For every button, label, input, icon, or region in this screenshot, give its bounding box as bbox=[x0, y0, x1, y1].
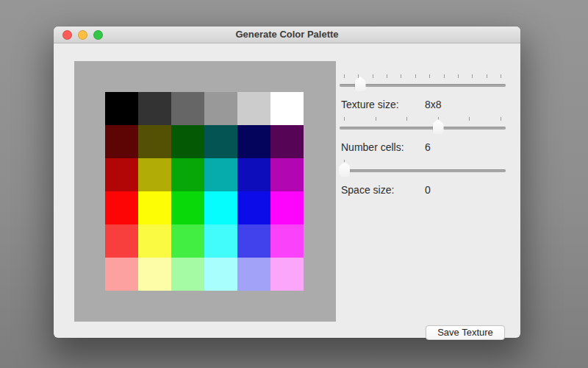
palette-cell-r3-c2 bbox=[138, 158, 171, 191]
tick-mark bbox=[429, 74, 430, 78]
palette-cell-r2-c2 bbox=[138, 125, 171, 158]
palette-cell-r4-c5 bbox=[237, 191, 270, 224]
palette-preview bbox=[74, 61, 336, 322]
number-cells-slider-track[interactable] bbox=[340, 127, 506, 130]
number-cells-label: Number cells: bbox=[341, 141, 404, 154]
tick-mark bbox=[406, 117, 407, 121]
palette-cell-r6-c4 bbox=[204, 258, 237, 291]
window-content: Texture size: 8x8 Number cells: 6 Space … bbox=[54, 43, 520, 338]
space-size-slider-track[interactable] bbox=[340, 169, 506, 172]
palette-cell-r6-c2 bbox=[138, 258, 171, 291]
palette-cell-r6-c6 bbox=[270, 258, 304, 291]
palette-cell-r4-c1 bbox=[105, 191, 138, 224]
texture-size-slider-thumb[interactable] bbox=[355, 77, 366, 91]
palette-cell-r1-c6 bbox=[270, 92, 304, 125]
palette-cell-r1-c2 bbox=[138, 92, 171, 125]
space-size-slider[interactable] bbox=[340, 160, 506, 180]
palette-cell-r2-c3 bbox=[171, 125, 204, 158]
palette-cell-r3-c1 bbox=[105, 158, 138, 191]
palette-cell-r6-c3 bbox=[171, 258, 204, 291]
space-size-label: Space size: bbox=[341, 184, 394, 197]
palette-cell-r2-c5 bbox=[237, 125, 270, 158]
tick-mark bbox=[501, 117, 501, 121]
palette-cell-r5-c1 bbox=[105, 224, 138, 258]
window-title: Generate Color Palette bbox=[54, 26, 520, 43]
space-size-value: 0 bbox=[425, 184, 431, 197]
tick-mark bbox=[487, 74, 487, 78]
palette-cell-r2-c1 bbox=[105, 125, 138, 158]
palette-cell-r3-c5 bbox=[237, 158, 270, 191]
palette-cell-r4-c6 bbox=[270, 191, 304, 224]
tick-mark bbox=[458, 74, 459, 78]
palette-cell-r3-c6 bbox=[270, 158, 304, 191]
tick-mark bbox=[501, 74, 501, 78]
number-cells-slider-ticks bbox=[344, 117, 501, 121]
palette-cell-r3-c4 bbox=[204, 158, 237, 191]
number-cells-slider[interactable] bbox=[340, 117, 506, 138]
app-window: Generate Color Palette Texture size: 8x8… bbox=[54, 26, 520, 338]
tick-mark bbox=[358, 74, 359, 78]
number-cells-slider-thumb[interactable] bbox=[433, 119, 444, 134]
texture-size-slider[interactable] bbox=[340, 74, 506, 95]
tick-mark bbox=[344, 74, 345, 78]
space-size-slider-thumb[interactable] bbox=[339, 162, 350, 177]
palette-cell-r5-c4 bbox=[204, 224, 237, 258]
tick-mark bbox=[373, 74, 373, 78]
palette-cell-r1-c4 bbox=[204, 92, 237, 125]
texture-size-slider-ticks bbox=[344, 74, 501, 78]
titlebar[interactable]: Generate Color Palette bbox=[54, 26, 520, 43]
palette-cell-r5-c2 bbox=[138, 224, 171, 258]
palette-cell-r5-c6 bbox=[270, 224, 304, 258]
palette-cell-r4-c2 bbox=[138, 191, 171, 224]
palette-grid bbox=[105, 92, 304, 291]
palette-cell-r1-c3 bbox=[171, 92, 204, 125]
save-texture-button[interactable]: Save Texture bbox=[426, 325, 505, 340]
palette-cell-r2-c4 bbox=[204, 125, 237, 158]
tick-mark bbox=[469, 117, 470, 121]
tick-mark bbox=[344, 117, 345, 121]
palette-cell-r5-c5 bbox=[237, 224, 270, 258]
palette-cell-r1-c1 bbox=[105, 92, 138, 125]
tick-mark bbox=[444, 74, 445, 78]
texture-size-label: Texture size: bbox=[341, 99, 399, 111]
palette-cell-r2-c6 bbox=[270, 125, 304, 158]
number-cells-value: 6 bbox=[425, 141, 431, 154]
tick-mark bbox=[472, 74, 473, 78]
palette-cell-r6-c1 bbox=[105, 258, 138, 291]
tick-mark bbox=[415, 74, 416, 78]
tick-mark bbox=[376, 117, 376, 121]
texture-size-value: 8x8 bbox=[425, 99, 442, 111]
tick-mark bbox=[401, 74, 401, 78]
controls-panel: Texture size: 8x8 Number cells: 6 Space … bbox=[340, 43, 506, 338]
space-size-slider-ticks bbox=[344, 160, 501, 163]
palette-cell-r4-c3 bbox=[171, 191, 204, 224]
tick-mark bbox=[387, 74, 387, 78]
palette-cell-r1-c5 bbox=[237, 92, 270, 125]
palette-cell-r3-c3 bbox=[171, 158, 204, 191]
palette-cell-r6-c5 bbox=[237, 258, 270, 291]
palette-cell-r5-c3 bbox=[171, 224, 204, 258]
palette-cell-r4-c4 bbox=[204, 191, 237, 224]
